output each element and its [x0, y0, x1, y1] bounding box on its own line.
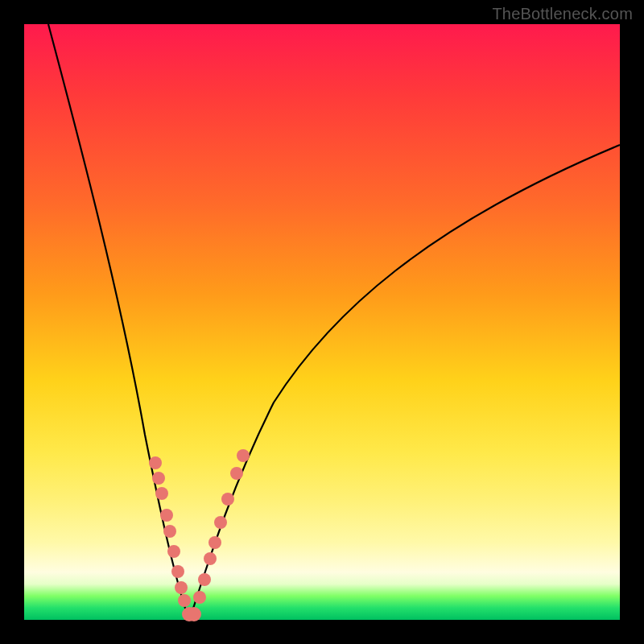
dot [171, 565, 184, 578]
dot [155, 487, 168, 500]
dot [152, 472, 165, 485]
dot [198, 573, 211, 586]
plot-area [24, 24, 620, 620]
dots-right [193, 449, 250, 604]
chart-svg [24, 24, 620, 620]
dot [208, 536, 221, 549]
dot [214, 516, 227, 529]
dot [178, 594, 191, 607]
dot [221, 493, 234, 506]
chart-frame: TheBottleneck.com [0, 0, 644, 644]
watermark-text: TheBottleneck.com [492, 5, 633, 23]
dot [163, 525, 176, 538]
dot [193, 591, 206, 604]
dot [175, 581, 188, 594]
dot [204, 552, 217, 565]
dot [237, 449, 250, 462]
dot [167, 545, 180, 558]
dot [160, 509, 173, 522]
curve-right [190, 145, 620, 618]
dot [187, 607, 201, 621]
dot [149, 456, 162, 469]
dot [230, 467, 243, 480]
